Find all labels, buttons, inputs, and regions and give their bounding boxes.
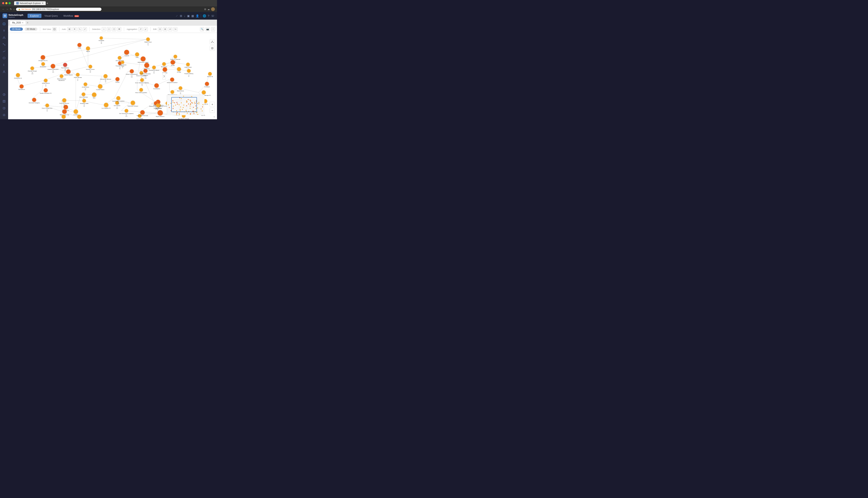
zoom-out-button[interactable]: −	[210, 108, 215, 113]
auto-btn-1[interactable]: ⊞	[67, 27, 72, 31]
reload-button[interactable]: ↻	[10, 8, 12, 11]
forward-button[interactable]: →	[6, 8, 9, 11]
graph-node[interactable]: Antoine Griezmann42116	[48, 64, 59, 73]
graph-node[interactable]: Leon	[135, 52, 139, 58]
graph-node[interactable]: Bayern Munich	[156, 110, 164, 117]
profile-avatar[interactable]	[211, 7, 215, 11]
redo-button[interactable]: ↪	[173, 27, 178, 31]
sidebar-icon-search[interactable]	[1, 21, 7, 27]
graph-node[interactable]: Eintracht Frankfurt	[167, 77, 178, 83]
detect-btn-3[interactable]: ⬡	[112, 27, 116, 31]
graph-node[interactable]: Al-Hilal	[177, 67, 181, 73]
graph-node[interactable]: Tottenham Hotspur	[128, 101, 138, 107]
maximize-button[interactable]	[9, 2, 11, 4]
graph-node[interactable]: Napoli	[86, 46, 90, 52]
minimap[interactable]	[167, 95, 204, 115]
graph-node[interactable]: Haris Seferovic25	[75, 115, 84, 119]
bird-view-icon[interactable]	[52, 27, 56, 31]
graph-node[interactable]: Youssef En-Nesyri1550	[149, 66, 159, 74]
collapse-panel-button[interactable]: ❯	[162, 73, 166, 80]
agg-btn-1[interactable]: ↗	[138, 27, 143, 31]
mode-3d-button[interactable]: 3D Mode	[25, 27, 38, 31]
graph-node[interactable]: Robert Lewandowski117184	[126, 69, 138, 78]
graph-node[interactable]: Mario Gotze1769	[177, 86, 184, 94]
graph-node[interactable]: Farran Times1351	[119, 61, 126, 68]
graph-node[interactable]: Nice	[92, 92, 97, 99]
graph-node[interactable]: Assadella1238	[99, 36, 104, 44]
graph-node[interactable]: Son Heung-min (captain)35104	[119, 109, 133, 117]
graph-node[interactable]: Kevin De Bruyne3584	[59, 98, 69, 107]
graph-node[interactable]: Walter Khazi2472	[144, 37, 152, 45]
sidebar-icon-table[interactable]	[1, 99, 7, 104]
sidebar-icon-algo[interactable]	[1, 48, 7, 54]
search-button[interactable]: 🔍	[200, 27, 204, 31]
graph-node[interactable]: Fenerbahce	[153, 83, 160, 90]
user-icon[interactable]: 👤	[196, 14, 199, 17]
screenshot-button[interactable]: 📷	[205, 27, 210, 31]
graph-node[interactable]: Crystal Palace	[96, 84, 104, 91]
graph-node[interactable]: Aleksandar Mitrovic6076	[100, 74, 111, 82]
graph-node[interactable]: Jeong Woo-jo	[14, 73, 22, 79]
graph-node[interactable]: Porto	[77, 43, 81, 49]
graph-node[interactable]: Fulham	[115, 77, 119, 83]
graph-node[interactable]: Angel Di Maria	[59, 115, 68, 119]
graph-node[interactable]: Almoor Ali	[207, 72, 213, 77]
graph-node[interactable]: Al-Duhail	[204, 82, 209, 88]
download-icon[interactable]: ↓	[184, 14, 186, 17]
minimap-viewport[interactable]	[171, 97, 197, 112]
tab-close-icon[interactable]: ✕	[22, 22, 24, 24]
back-button[interactable]: ←	[2, 8, 5, 11]
agg-btn-2[interactable]: ↙	[143, 27, 148, 31]
zoom-in-button[interactable]: +	[210, 102, 215, 107]
minimize-button[interactable]	[5, 2, 8, 4]
sidebar-icon-help[interactable]: ?	[1, 105, 7, 111]
import-icon[interactable]: ▣	[187, 14, 190, 17]
traffic-lights[interactable]	[2, 2, 11, 4]
nav-tab-workflow[interactable]: Workflow Beta	[61, 14, 82, 18]
phone-icon[interactable]: ☏	[211, 14, 215, 17]
expand-button[interactable]: »	[214, 115, 215, 118]
edit-btn-2[interactable]: ⊚	[163, 27, 167, 31]
graph-node[interactable]: Alvaro Morata2757	[74, 73, 81, 81]
graph-node[interactable]: Los Angeles FC	[102, 103, 111, 109]
graph-node[interactable]: Jordan Ayew1984	[82, 82, 89, 91]
graph-node[interactable]: Jordan Morris1149	[42, 79, 50, 87]
add-tab-button[interactable]: +	[27, 21, 28, 24]
new-tab-button[interactable]: +	[47, 1, 48, 5]
nav-tab-explorer[interactable]: Explorer	[27, 14, 41, 18]
connect-icon[interactable]: ⟋	[175, 14, 178, 17]
graph-node[interactable]: Wolverhampton Wanderers	[54, 74, 69, 81]
address-bar[interactable]: 🔒 Not Secure 192.168.8.131:7002/explorer	[16, 8, 101, 11]
sidebar-icon-settings[interactable]	[1, 112, 7, 118]
detect-btn-4[interactable]: ✼	[117, 27, 121, 31]
layout-icon-graph[interactable]	[210, 39, 215, 44]
graph-node[interactable]: Montpellier	[40, 62, 46, 68]
graph-node[interactable]: Paris Saint-Germain	[137, 110, 148, 117]
sidebar-icon-hex[interactable]	[1, 55, 7, 61]
graph-node[interactable]: Xherdan Shaqiri26108	[28, 66, 37, 75]
detect-btn-2[interactable]: □	[107, 27, 111, 31]
home-button[interactable]: ⌂	[13, 8, 15, 11]
undo-button[interactable]: ↩	[168, 27, 173, 31]
graph-node[interactable]: Kwon Chang-hoon1242	[42, 104, 53, 112]
cloud-icon[interactable]: ☁	[207, 8, 210, 11]
sidebar-icon-sigma[interactable]: Σ	[1, 62, 7, 68]
sidebar-icon-history[interactable]	[1, 92, 7, 97]
graph-node[interactable]: Mezut Ozil	[161, 62, 167, 68]
edit-btn-1[interactable]: ⊙	[158, 27, 162, 31]
export-button[interactable]: ↑	[211, 27, 215, 31]
nav-tab-visual-query[interactable]: Visual Query	[42, 14, 61, 18]
graph-node[interactable]: Seattle Sounders FC	[40, 88, 52, 94]
graph-node[interactable]: Simon Gnabry30	[154, 104, 162, 110]
close-button[interactable]	[2, 2, 4, 4]
content-tab-fifa[interactable]: fifa_2020 ✕	[10, 21, 26, 25]
graph-canvas[interactable]: Walter Khazi2472PortoNapoliAssadella1238…	[8, 33, 217, 119]
layout-icon-frame[interactable]	[210, 45, 215, 51]
graph-node[interactable]: Kasper Dolberg1197	[184, 69, 193, 77]
schema-icon[interactable]: ⊞	[180, 14, 182, 17]
help-icon[interactable]: ?	[208, 14, 209, 17]
graph-node[interactable]: Gimcheon Sangmu	[29, 98, 39, 104]
auto-btn-2[interactable]: ✕	[73, 27, 77, 31]
auto-btn-3[interactable]: ⤡	[78, 27, 82, 31]
detect-btn-1[interactable]: ○	[102, 27, 106, 31]
